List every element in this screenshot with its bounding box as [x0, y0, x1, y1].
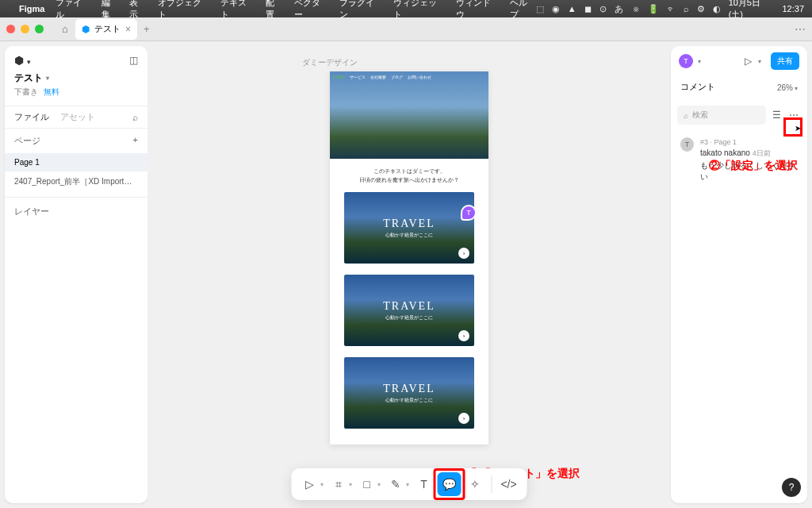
actions-tool[interactable]: ✧	[463, 472, 487, 496]
siri-icon[interactable]: ◐	[713, 4, 721, 14]
comment-pin[interactable]: T	[461, 205, 477, 221]
frame-tool[interactable]: ⌗	[327, 472, 350, 496]
figma-tray-icon[interactable]: ⬚	[536, 4, 544, 14]
right-panel: T ▾ ▷ ▾ 共有 コメント 26%▾ ⌕ 検索 ☰ ⋯ ➤ T #3 · P…	[671, 46, 807, 503]
arrow-right-icon: ›	[458, 413, 469, 424]
page-item-2[interactable]: 2407_Report_前半［XD Import］(30-Ju...	[5, 171, 147, 192]
comment-tool[interactable]: 💬	[438, 472, 462, 496]
hero-image: LOGO サービス 会社概要 ブログ お問い合わせ	[330, 71, 488, 159]
present-chevron-icon[interactable]: ▾	[758, 58, 761, 65]
menubar-arrange[interactable]: 配置	[266, 0, 283, 21]
canvas[interactable]: ダミーデザイン LOGO サービス 会社概要 ブログ お問い合わせ このテキスト…	[147, 41, 671, 508]
dev-mode-toggle[interactable]: </>	[497, 472, 521, 496]
travel-card-3: TRAVEL 心動かす絶景がここに ›	[344, 357, 474, 429]
line-tray-icon[interactable]: ◼	[584, 4, 592, 14]
home-tab[interactable]: ⌂	[55, 21, 75, 38]
menubar-plugin[interactable]: プラグイン	[339, 0, 382, 21]
maximize-window-button[interactable]	[35, 25, 44, 33]
menubar-help[interactable]: ヘルプ	[510, 0, 535, 21]
text-tool[interactable]: T	[412, 472, 436, 496]
annotation-2: ②「設定」を選択	[709, 159, 798, 173]
annotation-highlight-1	[434, 468, 465, 500]
menubar-vector[interactable]: ベクター	[294, 0, 328, 21]
pen-tool-chevron[interactable]: ▾	[406, 481, 409, 488]
comment-meta: #3 · Page 1	[700, 137, 798, 148]
travel-card-1: T TRAVEL 心動かす絶景がここに ›	[344, 192, 474, 264]
chrome-more-icon[interactable]: ⋯	[795, 23, 806, 36]
comments-more-icon[interactable]: ⋯	[787, 108, 801, 122]
zoom-level[interactable]: 26%	[777, 83, 793, 92]
menubar-widget[interactable]: ウィジェット	[393, 0, 445, 21]
tab-asset[interactable]: アセット	[60, 111, 95, 123]
menubar-edit[interactable]: 編集	[102, 0, 119, 21]
page-item-1[interactable]: Page 1	[5, 153, 147, 171]
control-center-icon[interactable]: ⚙	[697, 4, 705, 14]
camera-tray-icon[interactable]: ⊙	[599, 4, 607, 14]
present-button[interactable]: ▷	[745, 56, 752, 67]
search-icon: ⌕	[684, 111, 688, 120]
arrow-right-icon: ›	[458, 248, 469, 259]
chevron-down-icon: ▾	[46, 75, 49, 82]
figma-file-icon: ⬢	[82, 24, 90, 35]
free-badge: 無料	[44, 87, 59, 96]
panel-search-icon[interactable]: ⌕	[132, 112, 138, 123]
menubar-window[interactable]: ウィンドウ	[456, 0, 499, 21]
shape-tool[interactable]: □	[355, 472, 379, 496]
arrow-right-icon: ›	[458, 330, 469, 341]
avatar-chevron-icon[interactable]: ▾	[698, 58, 701, 65]
move-tool-chevron[interactable]: ▾	[320, 481, 324, 488]
minimize-window-button[interactable]	[21, 25, 29, 33]
close-window-button[interactable]	[6, 25, 15, 33]
hero-nav: LOGO サービス 会社概要 ブログ お問い合わせ	[333, 75, 431, 79]
pages-label[interactable]: ページ	[14, 135, 40, 147]
bluetooth-icon[interactable]: ⨳	[631, 4, 640, 13]
macos-menubar: Figma ファイル 編集 表示 オブジェクト テキスト 配置 ベクター プラグ…	[0, 0, 812, 17]
commenter-avatar: T	[680, 137, 694, 152]
zoom-chevron-icon[interactable]: ▾	[795, 85, 798, 92]
search-tray-icon[interactable]: ⌕	[684, 4, 689, 13]
menubar-app[interactable]: Figma	[19, 4, 44, 13]
traffic-lights	[6, 25, 44, 33]
comment-search-input[interactable]: ⌕ 検索	[677, 106, 766, 125]
menubar-date[interactable]: 10月5日 (土)	[729, 0, 775, 21]
frame-tool-chevron[interactable]: ▾	[349, 481, 352, 488]
tab-file[interactable]: ファイル	[14, 111, 49, 123]
comment-time: 4日前	[753, 149, 771, 157]
menubar-text[interactable]: テキスト	[220, 0, 255, 21]
cursor-icon: ➤	[795, 124, 801, 133]
pen-tool[interactable]: ✎	[384, 472, 408, 496]
left-panel: ⬢ ▾ ◫ テスト ▾ 下書き 無料 ファイル アセット ⌕ ページ + Pag…	[5, 46, 147, 503]
battery-icon[interactable]: 🔋	[648, 4, 659, 14]
shape-tool-chevron[interactable]: ▾	[377, 481, 381, 488]
close-tab-icon[interactable]: ×	[125, 24, 131, 35]
window-chrome: ⌂ ⬢ テスト × + ⋯	[0, 17, 812, 41]
menubar-object[interactable]: オブジェクト	[158, 0, 209, 21]
add-page-icon[interactable]: +	[133, 135, 138, 147]
ime-icon[interactable]: あ	[615, 3, 623, 15]
frame-label[interactable]: ダミーデザイン	[302, 57, 358, 68]
record-tray-icon[interactable]: ◉	[552, 4, 560, 14]
menubar-file[interactable]: ファイル	[56, 0, 90, 21]
sub-text: このテキストはダミーです。 日頃の疲れを癒す旅へ出かけませんか？	[330, 159, 488, 192]
search-placeholder: 検索	[692, 110, 708, 121]
share-button[interactable]: 共有	[771, 52, 799, 70]
active-tab[interactable]: ⬢ テスト ×	[75, 19, 137, 40]
design-frame[interactable]: LOGO サービス 会社概要 ブログ お問い合わせ このテキストはダミーです。 …	[330, 71, 488, 444]
new-tab-button[interactable]: +	[144, 23, 150, 35]
layers-label[interactable]: レイヤー	[5, 197, 147, 225]
menubar-view[interactable]: 表示	[129, 0, 147, 21]
file-title[interactable]: テスト	[14, 71, 43, 85]
figma-menu-icon[interactable]: ⬢ ▾	[14, 54, 31, 67]
menubar-time[interactable]: 12:37	[782, 4, 804, 13]
wifi-icon[interactable]: ᯤ	[667, 4, 676, 13]
move-tool[interactable]: ▷	[298, 472, 322, 496]
bottom-toolbar: ▷▾ ⌗▾ □▾ ✎▾ T 💬 ✧ </>	[292, 468, 527, 500]
filter-icon[interactable]: ☰	[769, 108, 783, 122]
draft-label[interactable]: 下書き	[14, 87, 38, 96]
panel-toggle-icon[interactable]: ◫	[129, 55, 138, 66]
app-tray-icon[interactable]: ▲	[568, 4, 576, 13]
help-button[interactable]: ?	[782, 478, 801, 497]
toolbar-divider	[492, 475, 492, 493]
user-avatar[interactable]: T	[679, 54, 693, 68]
travel-card-2: TRAVEL 心動かす絶景がここに ›	[344, 275, 474, 346]
